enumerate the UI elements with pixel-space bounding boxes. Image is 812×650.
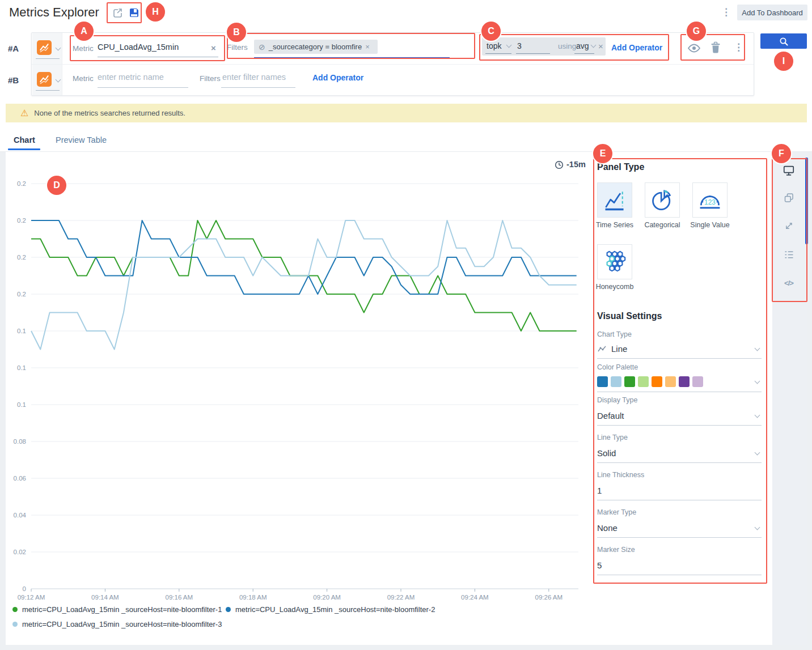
add-to-dashboard-button[interactable]: Add To Dashboard — [737, 5, 807, 20]
line-type-label: Line Type — [597, 434, 628, 441]
legend-item[interactable]: metric=CPU_LoadAvg_15min _sourceHost=nit… — [226, 605, 435, 614]
row-a-metric-clear-icon[interactable]: × — [211, 43, 216, 53]
display-mode-code-button[interactable]: </> — [782, 276, 796, 290]
row-a-metric-input[interactable] — [98, 43, 208, 52]
row-b-type-underline — [36, 90, 60, 91]
display-mode-list-button[interactable] — [782, 248, 796, 261]
panel-type-single-value[interactable]: 123 — [692, 182, 728, 218]
panel-type-honeycomb[interactable] — [597, 244, 632, 279]
warning-triangle-icon: ⚠ — [20, 108, 28, 118]
svg-text:09:22 AM: 09:22 AM — [387, 594, 415, 601]
palette-swatch — [638, 376, 649, 387]
svg-text:0.02: 0.02 — [14, 549, 26, 555]
time-series-icon — [602, 188, 627, 213]
header-kebab-menu[interactable]: ⋮ — [721, 7, 731, 17]
filter-chip[interactable]: ⊘ _sourcecategory = bloomfire × — [254, 40, 378, 54]
marker-size-label: Marker Size — [597, 546, 635, 554]
row-b-metrics-type-button[interactable] — [37, 72, 52, 87]
add-to-dashboard-label: Add To Dashboard — [742, 9, 802, 17]
marker-size-input[interactable]: 5 — [597, 560, 602, 570]
save-button[interactable] — [129, 7, 139, 20]
svg-text:0.06: 0.06 — [14, 475, 26, 482]
svg-text:0.2: 0.2 — [17, 180, 26, 187]
display-mode-copy-button[interactable] — [782, 191, 796, 205]
svg-text:0.1: 0.1 — [17, 328, 26, 334]
row-b-add-operator-link[interactable]: Add Operator — [312, 73, 363, 82]
operator-agg[interactable]: avg — [576, 41, 589, 50]
operator-name[interactable]: topk — [487, 41, 501, 50]
warning-text: None of the metrics searches returned re… — [34, 109, 185, 117]
svg-text:0: 0 — [23, 585, 26, 592]
active-tab-underline — [8, 148, 40, 150]
svg-text:09:24 AM: 09:24 AM — [461, 594, 489, 601]
pie-chart-icon — [650, 188, 675, 213]
svg-text:09:12 AM: 09:12 AM — [18, 594, 45, 601]
marker-size-underline — [597, 575, 762, 575]
svg-text:0.2: 0.2 — [17, 217, 26, 224]
line-thickness-input[interactable]: 1 — [597, 486, 602, 495]
filter-chip-remove-icon[interactable]: × — [365, 43, 370, 51]
share-button[interactable] — [111, 6, 124, 22]
run-search-button[interactable] — [760, 33, 807, 49]
copy-icon — [783, 192, 795, 204]
row-a-kebab-menu[interactable]: ⋮ — [734, 43, 743, 52]
row-a-type-underline — [36, 58, 60, 59]
row-a-metrics-type-button[interactable] — [37, 40, 52, 55]
palette-swatch — [611, 376, 621, 387]
marker-type-select[interactable]: None — [597, 523, 618, 533]
palette-swatch — [665, 376, 676, 387]
panel-type-categorical[interactable] — [645, 182, 680, 218]
circle-slash-icon[interactable]: ⊘ — [259, 43, 265, 52]
trash-icon — [710, 41, 721, 54]
panel-type-time-series[interactable] — [597, 182, 632, 218]
tab-chart[interactable]: Chart — [14, 135, 35, 145]
row-b-metric-input[interactable] — [98, 73, 185, 82]
row-a-hide-button[interactable] — [687, 43, 701, 56]
svg-text:0.08: 0.08 — [14, 438, 26, 445]
line-type-select[interactable]: Solid — [597, 448, 616, 458]
tab-preview-table[interactable]: Preview Table — [56, 135, 107, 145]
row-a-add-operator-link[interactable]: Add Operator — [611, 43, 662, 52]
gauge-123-icon: 123 — [697, 188, 723, 213]
display-type-select[interactable]: Default — [597, 411, 624, 420]
palette-swatch — [597, 376, 608, 387]
scrollbar-thumb[interactable] — [805, 158, 808, 244]
display-mode-desktop-button[interactable] — [782, 164, 796, 177]
marker-type-label: Marker Type — [597, 508, 636, 516]
row-a-label: #A — [8, 44, 19, 53]
legend-label: metric=CPU_LoadAvg_15min _sourceHost=nit… — [22, 620, 222, 628]
row-a-filters-underline — [254, 57, 450, 58]
legend-item[interactable]: metric=CPU_LoadAvg_15min _sourceHost=nit… — [12, 605, 222, 614]
row-b-filters-underline — [221, 87, 295, 88]
display-mode-axes-button[interactable] — [782, 219, 796, 233]
row-b-filters-input[interactable] — [222, 73, 293, 82]
row-b-metric-underline — [98, 87, 188, 88]
operator-name-underline — [485, 53, 511, 54]
visual-settings-title: Visual Settings — [597, 311, 662, 321]
svg-text:0.04: 0.04 — [14, 512, 27, 519]
magnifier-icon — [779, 36, 789, 46]
metrics-line-chart-icon — [39, 74, 50, 85]
color-palette-swatches[interactable] — [597, 376, 706, 389]
display-type-underline — [597, 425, 762, 426]
legend-label: metric=CPU_LoadAvg_15min _sourceHost=nit… — [235, 605, 435, 614]
eye-icon — [687, 43, 701, 53]
chart-type-select[interactable]: Line — [611, 344, 627, 354]
svg-text:09:16 AM: 09:16 AM — [166, 594, 193, 601]
row-a-delete-button[interactable] — [710, 41, 721, 56]
chart-canvas[interactable]: 0.20.20.20.20.10.10.10.080.060.040.02009… — [6, 152, 588, 603]
operator-arg[interactable]: 3 — [517, 41, 522, 50]
line-chart-icon — [597, 345, 607, 354]
share-icon — [111, 6, 124, 20]
legend-item[interactable]: metric=CPU_LoadAvg_15min _sourceHost=nit… — [12, 620, 222, 628]
marker-type-underline — [597, 537, 762, 538]
row-a-metric-label: Metric — [73, 44, 94, 53]
save-icon — [129, 7, 139, 18]
operator-remove-icon[interactable]: × — [598, 41, 603, 51]
palette-swatch — [679, 376, 690, 387]
panel-type-title: Panel Type — [597, 162, 644, 172]
line-type-underline — [597, 462, 762, 463]
metrics-line-chart-icon — [39, 42, 50, 53]
monitor-icon — [783, 164, 795, 177]
legend-dot — [226, 607, 231, 612]
